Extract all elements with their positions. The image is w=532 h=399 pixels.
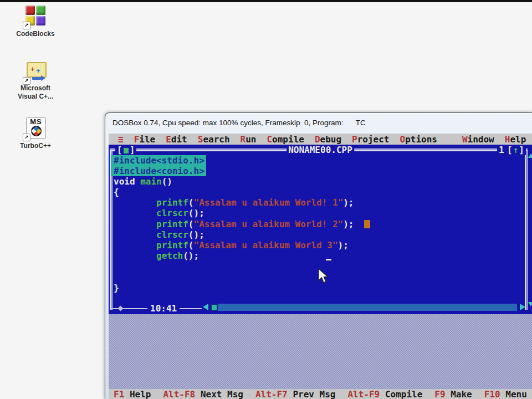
code-line[interactable]: clrscr(); bbox=[114, 229, 370, 240]
mouse-cursor bbox=[318, 268, 330, 285]
statusbar-item-f1[interactable]: F1 Help bbox=[114, 389, 151, 399]
statusbar-item-alt-f8[interactable]: Alt-F8 Next Msg bbox=[163, 389, 243, 399]
turboc-msdos-icon: MS ↗ bbox=[24, 117, 47, 140]
code-line[interactable]: printf("Assalam u alaikum World! 1"); bbox=[114, 197, 370, 208]
code-line[interactable]: void main() bbox=[114, 176, 370, 187]
menu-bar: ≡FileEditSearchRunCompileDebugProjectOpt… bbox=[109, 134, 532, 145]
close-box-icon bbox=[124, 148, 129, 154]
editor-code-area[interactable]: #include<stdio.h>#include<conio.h>void m… bbox=[114, 155, 370, 293]
maximize-arrow-icon: ↑ bbox=[513, 145, 519, 155]
dosbox-titlebar[interactable]: DOSBox 0.74, Cpu speed: max 100% cycles,… bbox=[105, 113, 532, 134]
code-line[interactable] bbox=[114, 272, 370, 283]
menu-item-run[interactable]: Run bbox=[241, 134, 257, 145]
paste-block-marker bbox=[364, 220, 370, 228]
icon-label: TurboC++ bbox=[5, 142, 66, 150]
menu-item-options[interactable]: Options bbox=[400, 134, 437, 145]
horizontal-scrollbar[interactable] bbox=[202, 303, 526, 312]
statusbar-item-f9[interactable]: F9 Make bbox=[434, 389, 472, 399]
menu-item-help[interactable]: Help bbox=[505, 134, 526, 145]
cursor-position: 10:41 bbox=[147, 303, 180, 314]
code-line[interactable]: #include<stdio.h> bbox=[114, 155, 370, 166]
hscroll-track[interactable] bbox=[211, 304, 517, 311]
desktop-icon-visual-cpp[interactable]: + + ↗ Microsoft Visual C+... bbox=[5, 61, 66, 101]
turbo-cpp-screen: ≡FileEditSearchRunCompileDebugProjectOpt… bbox=[109, 134, 532, 399]
scroll-up-icon[interactable] bbox=[528, 154, 532, 158]
menu-item-debug[interactable]: Debug bbox=[315, 134, 341, 145]
editor-maximize-button[interactable]: [↑] bbox=[505, 145, 526, 155]
icon-label-line2: Visual C+... bbox=[5, 93, 66, 101]
editor-close-button[interactable]: [] bbox=[115, 145, 136, 155]
text-caret bbox=[326, 259, 331, 260]
statusbar-item-alt-f9[interactable]: Alt-F9 Compile bbox=[347, 389, 422, 399]
code-line[interactable]: #include<conio.h> bbox=[114, 166, 370, 176]
desktop-icon-codeblocks[interactable]: ↗ CodeBlocks bbox=[5, 6, 66, 38]
msdos-badge: MS bbox=[27, 118, 45, 126]
statusbar-item-alt-f7[interactable]: Alt-F7 Prev Msg bbox=[255, 389, 336, 399]
icon-label: CodeBlocks bbox=[5, 30, 66, 38]
desktop-icon-turboc[interactable]: MS ↗ TurboC++ bbox=[5, 117, 66, 150]
resize-diamond-icon bbox=[118, 306, 124, 311]
ide-desktop-pattern bbox=[109, 314, 532, 389]
menu-item-system[interactable]: ≡ bbox=[118, 134, 124, 145]
code-line[interactable] bbox=[114, 261, 370, 272]
code-line[interactable]: { bbox=[114, 187, 370, 197]
scroll-right-icon[interactable] bbox=[520, 304, 525, 310]
code-line[interactable]: } bbox=[114, 283, 370, 293]
codeblocks-icon: ↗ bbox=[24, 6, 47, 28]
shortcut-arrow-icon: ↗ bbox=[23, 22, 30, 29]
shortcut-arrow-icon: ↗ bbox=[23, 134, 30, 141]
menu-item-edit[interactable]: Edit bbox=[166, 134, 187, 145]
menu-item-window[interactable]: Window bbox=[462, 134, 494, 145]
scroll-down-icon[interactable] bbox=[528, 302, 532, 306]
menu-item-compile[interactable]: Compile bbox=[267, 134, 304, 145]
editor-window-number: 1 bbox=[497, 145, 506, 155]
vertical-scrollbar[interactable] bbox=[528, 150, 532, 310]
menu-item-project[interactable]: Project bbox=[352, 134, 389, 145]
code-line[interactable]: clrscr(); bbox=[114, 208, 370, 218]
statusbar-item-f10[interactable]: F10 Menu bbox=[484, 389, 527, 399]
editor-window-title: NONAME00.CPP bbox=[287, 145, 354, 155]
icon-label-line1: Microsoft bbox=[5, 84, 66, 93]
visual-cpp-icon: + + ↗ bbox=[24, 61, 47, 83]
menu-item-search[interactable]: Search bbox=[198, 134, 230, 145]
code-line[interactable]: printf("Assalam u alaikum World! 2"); bbox=[114, 219, 370, 229]
menu-item-file[interactable]: File bbox=[134, 134, 156, 145]
screen-top-strip bbox=[0, 0, 532, 2]
hscroll-thumb[interactable] bbox=[211, 304, 218, 311]
scroll-left-icon[interactable] bbox=[203, 304, 208, 310]
window-title: DOSBox 0.74, Cpu speed: max 100% cycles,… bbox=[105, 113, 532, 127]
function-key-bar: F1 HelpAlt-F8 Next MsgAlt-F7 Prev MsgAlt… bbox=[109, 389, 532, 399]
shortcut-arrow-icon: ↗ bbox=[23, 77, 30, 85]
code-line[interactable]: printf("Assalam u alaikum World 3"); bbox=[114, 240, 370, 250]
code-line[interactable]: getch(); bbox=[114, 250, 370, 261]
